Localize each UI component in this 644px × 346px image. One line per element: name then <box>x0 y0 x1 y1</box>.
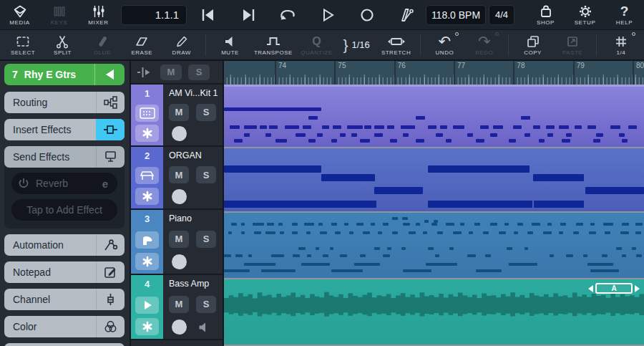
track-4-freeze-button[interactable] <box>135 318 159 335</box>
go-to-start-button[interactable] <box>194 2 223 28</box>
track-1-freeze-button[interactable] <box>135 125 159 142</box>
global-solo-button[interactable]: S <box>188 64 210 80</box>
quantize-icon: Q <box>312 34 321 49</box>
undo-button[interactable]: ↶ UNDO <box>429 30 460 60</box>
routing-section[interactable]: Routing <box>4 92 125 113</box>
quantize-tool[interactable]: Q QUANTIZE <box>301 30 332 60</box>
audio-event-label[interactable]: A <box>595 283 633 294</box>
track-2-freeze-button[interactable] <box>135 188 159 205</box>
channel-section[interactable]: Channel <box>4 289 125 310</box>
track-4-audio-region[interactable]: A <box>224 279 644 345</box>
track-4-audio-button[interactable] <box>135 297 159 314</box>
track-1-instrument-button[interactable] <box>135 105 159 122</box>
shop-label: SHOP <box>537 19 555 26</box>
track-3-mute-button[interactable]: M <box>169 231 189 248</box>
add-effect-button[interactable]: Tap to Add Effect <box>11 199 117 221</box>
position-display[interactable]: 1.1.1 <box>121 5 187 25</box>
track-1-region[interactable] <box>224 85 644 147</box>
track-4-record-arm-button[interactable] <box>172 319 187 335</box>
glue-tool[interactable]: GLUE <box>87 30 118 60</box>
copy-button[interactable]: COPY <box>517 30 549 60</box>
setup-button[interactable]: SETUP <box>565 1 605 29</box>
erase-tool[interactable]: ERASE <box>126 30 157 60</box>
tempo-display[interactable]: 118.0 BPM <box>426 5 486 25</box>
track-3-name: Piano <box>169 213 218 224</box>
mixer-button[interactable]: MIXER <box>79 1 118 29</box>
track-1-solo-button[interactable]: S <box>196 104 216 121</box>
copy-icon <box>526 34 540 49</box>
track-4-solo-button[interactable]: S <box>196 296 216 313</box>
power-icon[interactable] <box>11 177 36 190</box>
effect-edit-button[interactable]: e <box>93 178 117 190</box>
help-button[interactable]: ? HELP <box>605 1 644 29</box>
track-2-color-strip[interactable]: 2 <box>131 147 163 208</box>
track-3-instrument-button[interactable] <box>135 231 159 249</box>
stretch-tool[interactable]: STRETCH <box>381 30 412 60</box>
play-button[interactable] <box>313 2 342 28</box>
grid-value: 1/4 <box>617 49 626 56</box>
track-4-color-strip[interactable]: 4 <box>131 275 163 339</box>
track-1-color-strip[interactable]: 1 <box>131 85 163 145</box>
global-mute-button[interactable]: M <box>160 64 182 80</box>
trim-right-icon[interactable] <box>635 285 640 292</box>
track-2-record-arm-button[interactable] <box>172 189 187 204</box>
track-1-record-arm-button[interactable] <box>172 126 187 141</box>
track-2-solo-button[interactable]: S <box>196 166 216 183</box>
split-tool[interactable]: SPLIT <box>47 30 78 60</box>
track-2-instrument-button[interactable] <box>135 167 159 184</box>
track-4-monitor-button[interactable] <box>194 322 214 333</box>
send-effects-icon <box>96 146 125 168</box>
draw-tool[interactable]: DRAW <box>166 30 197 60</box>
track-3-color-strip[interactable]: 3 <box>131 210 163 274</box>
paste-button[interactable]: PASTE <box>557 30 588 60</box>
transpose-tool[interactable]: TRANSPOSE <box>254 30 293 60</box>
draw-icon <box>175 34 189 49</box>
toolbar-divider <box>508 34 509 56</box>
timeline-ruler[interactable]: 74757677787980 <box>224 61 644 85</box>
audio-event-handle[interactable]: A <box>588 283 640 294</box>
redo-button[interactable]: ↷ REDO <box>469 30 500 60</box>
track-row-3[interactable]: 3 Piano MS <box>131 210 223 275</box>
asterisk-icon <box>142 128 153 139</box>
mute-tool[interactable]: MUTE <box>215 30 246 60</box>
track-3-region[interactable] <box>224 213 644 278</box>
media-button[interactable]: MEDIA <box>0 1 39 29</box>
quantize-value-selector[interactable]: }1/16 <box>341 30 372 60</box>
trim-left-icon[interactable] <box>588 285 593 292</box>
track-4-name: Bass Amp <box>169 279 218 289</box>
automation-section[interactable]: Automation <box>4 234 125 256</box>
track-3-record-arm-button[interactable] <box>172 254 187 269</box>
track-1-mute-button[interactable]: M <box>169 104 189 121</box>
record-button[interactable] <box>353 2 381 28</box>
hidden-section-partial[interactable] <box>4 343 125 346</box>
keys-button[interactable]: KEYS <box>39 1 79 29</box>
color-section[interactable]: Color <box>4 316 125 337</box>
effect-slot-reverb[interactable]: Reverb e <box>11 173 117 194</box>
redo-icon: ↷ <box>478 34 491 49</box>
notepad-section[interactable]: Notepad <box>4 261 125 283</box>
track-row-1[interactable]: 1 AM Vi...Kit 1 MS <box>131 85 223 147</box>
shop-button[interactable]: SHOP <box>526 1 565 29</box>
track-3-solo-button[interactable]: S <box>196 231 216 248</box>
grid-value-selector[interactable]: 1/4 <box>605 30 637 60</box>
track-2-mute-button[interactable]: M <box>169 166 189 183</box>
insert-effects-section[interactable]: Insert Effects <box>4 119 125 140</box>
collapse-inspector-button[interactable] <box>94 64 125 85</box>
cycle-button[interactable] <box>273 2 302 28</box>
metronome-button[interactable] <box>393 2 421 28</box>
go-to-end-button[interactable] <box>234 2 263 28</box>
track-list: M S 1 AM Vi...Kit 1 MS 2 ORG <box>131 61 224 346</box>
keys-icon <box>52 4 67 19</box>
track-row-2[interactable]: 2 ORGAN MS <box>131 147 223 210</box>
follow-playhead-icon[interactable] <box>135 65 154 80</box>
send-effects-section[interactable]: Send Effects <box>4 146 125 168</box>
drum-machine-icon <box>140 107 155 119</box>
select-tool[interactable]: SELECT <box>7 30 39 60</box>
track-row-4[interactable]: 4 Bass Amp MS <box>131 275 223 340</box>
position-value: 1.1.1 <box>155 9 179 21</box>
selected-track-header[interactable]: 7 Rhy E Gtrs <box>4 64 125 85</box>
track-4-mute-button[interactable]: M <box>169 296 189 313</box>
time-signature-display[interactable]: 4/4 <box>489 5 514 25</box>
track-3-freeze-button[interactable] <box>135 253 159 270</box>
track-2-region[interactable] <box>224 148 644 211</box>
